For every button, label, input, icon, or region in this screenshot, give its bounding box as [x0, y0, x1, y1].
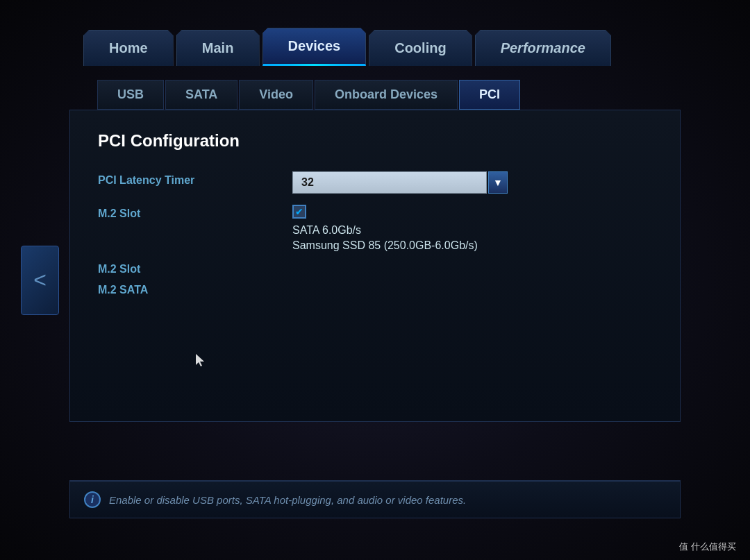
content-area: PCI Configuration PCI Latency Timer 32 ▼…	[69, 110, 681, 422]
section-title: PCI Configuration	[98, 131, 652, 151]
pci-latency-row: PCI Latency Timer 32 ▼	[98, 171, 652, 199]
m2-slot-1-value: ✔ SATA 6.0Gb/s Samsung SSD 85 (250.0GB-6…	[292, 205, 652, 255]
nav-tab-devices[interactable]: Devices	[262, 28, 367, 66]
sub-tab-onboard[interactable]: Onboard Devices	[315, 80, 458, 110]
m2-checkbox[interactable]: ✔	[292, 205, 306, 219]
pci-latency-label: PCI Latency Timer	[98, 171, 292, 187]
nav-tab-cooling[interactable]: Cooling	[369, 30, 472, 66]
info-bar-text: Enable or disable USB ports, SATA hot-pl…	[109, 494, 466, 506]
sub-tab-pci[interactable]: PCI	[459, 80, 520, 110]
m2-info1: SATA 6.0Gb/s	[292, 224, 652, 237]
pci-latency-value: 32 ▼	[292, 171, 652, 199]
m2-slot-row-2: M.2 Slot	[98, 260, 652, 275]
left-arrow-button[interactable]: <	[21, 246, 59, 315]
m2-sata-row: M.2 SATA	[98, 281, 652, 296]
info-icon: i	[84, 491, 101, 508]
nav-tab-home[interactable]: Home	[83, 30, 174, 66]
sub-tab-video[interactable]: Video	[239, 80, 313, 110]
dropdown-arrow-icon[interactable]: ▼	[488, 171, 508, 194]
sub-navigation: USB SATA Video Onboard Devices PCI	[0, 66, 750, 110]
m2-sata-label: M.2 SATA	[98, 281, 292, 296]
m2-slot-1-label: M.2 Slot	[98, 205, 292, 220]
nav-tab-performance[interactable]: Performance	[475, 30, 611, 66]
m2-slot-2-label: M.2 Slot	[98, 260, 292, 275]
sub-tab-usb[interactable]: USB	[97, 80, 164, 110]
m2-checkbox-row: ✔	[292, 205, 652, 219]
pci-latency-dropdown[interactable]: 32	[292, 171, 487, 194]
m2-info2: Samsung SSD 85 (250.0GB-6.0Gb/s)	[292, 239, 652, 252]
watermark: 值 什么值得买	[679, 541, 736, 553]
sub-tab-sata[interactable]: SATA	[165, 80, 238, 110]
m2-slot-row-1: M.2 Slot ✔ SATA 6.0Gb/s Samsung SSD 85 (…	[98, 205, 652, 255]
top-navigation: Home Main Devices Cooling Performance	[0, 0, 750, 66]
dropdown-container: 32 ▼	[292, 171, 652, 194]
info-bar: i Enable or disable USB ports, SATA hot-…	[69, 480, 681, 518]
nav-tab-main[interactable]: Main	[176, 30, 260, 66]
